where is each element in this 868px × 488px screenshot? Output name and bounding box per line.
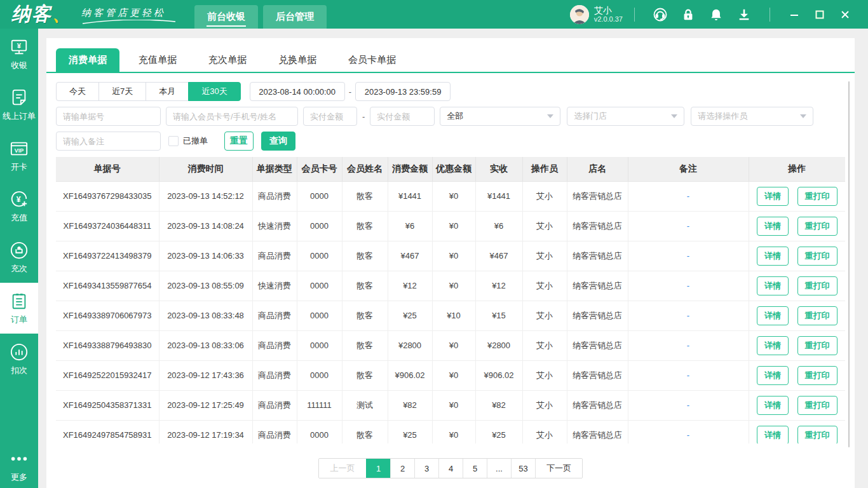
topbar-tab-front-cashier[interactable]: 前台收银 [194,5,258,29]
vertical-scrollbar[interactable] [848,81,850,447]
cell-consume-amount: ¥2800 [388,330,432,360]
cell-consume-amount: ¥6 [388,211,432,241]
cell-member-name: 散客 [342,360,388,390]
svg-text:¥: ¥ [17,194,21,203]
cell-paid: ¥12 [475,271,522,301]
detail-button[interactable]: 详情 [757,366,789,385]
sidebar-item-orders[interactable]: 订单 [0,283,38,334]
detail-button[interactable]: 详情 [757,187,789,206]
close-button[interactable] [832,6,858,24]
pagination-bar: 上一页 12345...53 下一页 [46,449,855,488]
next-page-button[interactable]: 下一页 [535,459,582,478]
cell-store: 纳客营销总店 [567,301,628,330]
remark-input[interactable] [56,132,161,151]
detail-button[interactable]: 详情 [757,336,789,355]
cell-actions: 详情 重打印 [749,181,845,211]
preset-30days-button[interactable]: 近30天 [188,82,240,101]
cancelled-checkbox-wrap[interactable]: 已撤单 [168,135,208,147]
page-number-button[interactable]: 2 [390,459,414,478]
sidebar: ¥ 收银 线上订单 VIP 开卡 ¥ 充值 [0,29,38,488]
page-number-button[interactable]: 3 [414,459,438,478]
page-number-button[interactable]: 4 [438,459,463,478]
page-number-button[interactable]: ... [487,459,511,478]
date-from-input[interactable] [250,82,345,101]
cell-operator: 艾小 [522,211,567,241]
order-no-input[interactable] [56,107,161,126]
reprint-button[interactable]: 重打印 [797,217,837,236]
reprint-button[interactable]: 重打印 [797,396,837,415]
download-icon[interactable] [736,7,752,22]
member-search-input[interactable] [166,107,298,126]
sidebar-item-open-card[interactable]: VIP 开卡 [0,130,38,181]
tab-consume-orders[interactable]: 消费单据 [56,48,119,72]
page-number-button[interactable]: 5 [463,459,487,478]
order-type-select[interactable]: 全部 [440,107,560,126]
avatar[interactable] [570,5,589,24]
reprint-button[interactable]: 重打印 [797,426,837,444]
customer-service-icon[interactable] [653,7,668,22]
tab-recharge-times-orders[interactable]: 充次单据 [196,48,259,72]
detail-button[interactable]: 详情 [757,396,789,415]
cell-order-no: XF16493722413498379 [56,241,159,271]
preset-today-button[interactable]: 今天 [56,82,99,101]
page-number-button[interactable]: 1 [366,459,390,478]
tab-recharge-orders[interactable]: 充值单据 [126,48,189,72]
tab-label: 充次单据 [208,54,247,66]
operator-select[interactable]: 请选择操作员 [691,107,813,126]
table-row: XF16493388796493830 2023-09-13 08:33:06 … [56,330,845,360]
col-discount-amount: 优惠金额 [432,157,475,181]
sidebar-item-more[interactable]: 更多 [0,444,38,488]
sidebar-item-cashier[interactable]: ¥ 收银 [0,29,38,79]
reprint-button[interactable]: 重打印 [797,276,837,295]
svg-text:VIP: VIP [15,147,24,154]
lock-icon[interactable] [681,7,696,22]
date-to-input[interactable] [355,82,451,101]
store-select[interactable]: 选择门店 [567,107,684,126]
page-number-button[interactable]: 53 [511,459,535,478]
detail-button[interactable]: 详情 [757,276,789,295]
bell-icon[interactable] [709,7,724,22]
cell-consume-amount: ¥25 [388,301,432,330]
sidebar-item-recharge[interactable]: ¥ 充值 [0,181,38,232]
sidebar-item-recharge-times[interactable]: 充次 [0,232,38,283]
sidebar-item-deduct-times[interactable]: 扣次 [0,334,38,384]
detail-button[interactable]: 详情 [757,306,789,325]
reprint-button[interactable]: 重打印 [797,366,837,385]
filter-row-search: - 全部 选择门店 请选择操作员 [56,107,845,126]
cell-member-name: 散客 [342,420,388,444]
reprint-button[interactable]: 重打印 [797,336,837,355]
preset-7days-button[interactable]: 近7天 [98,82,146,101]
cell-paid: ¥906.02 [475,360,522,390]
tab-exchange-orders[interactable]: 兑换单据 [266,48,329,72]
amount-max-input[interactable] [370,107,435,126]
cell-consume-time: 2023-09-12 17:43:36 [159,360,252,390]
table-row: XF16493724036448311 2023-09-13 14:08:24 … [56,211,845,241]
reprint-button[interactable]: 重打印 [797,306,837,325]
cell-consume-amount: ¥25 [388,420,432,444]
cell-discount-amount: ¥0 [432,330,475,360]
reprint-button[interactable]: 重打印 [797,247,837,266]
maximize-button[interactable] [807,6,832,24]
cell-card-no: 0000 [297,301,342,330]
amount-min-input[interactable] [303,107,357,126]
detail-button[interactable]: 详情 [757,426,789,444]
cell-consume-amount: ¥82 [388,390,432,420]
topbar-tab-backend-admin[interactable]: 后台管理 [263,5,327,29]
minimize-button[interactable] [782,6,807,24]
cancelled-checkbox[interactable] [168,136,179,146]
reprint-button[interactable]: 重打印 [797,187,837,206]
detail-button[interactable]: 详情 [757,217,789,236]
sidebar-item-online-orders[interactable]: 线上订单 [0,79,38,130]
prev-page-button[interactable]: 上一页 [319,459,366,478]
detail-button[interactable]: 详情 [757,247,789,266]
tab-member-card-orders[interactable]: 会员卡单据 [336,48,409,72]
cell-card-no: 0000 [297,420,342,444]
app-logo: 纳客、 纳客管店更轻松 [11,1,177,27]
topbar-tabs: 前台收银 后台管理 [194,0,327,29]
reset-button[interactable]: 重置 [224,132,254,151]
query-button[interactable]: 查询 [261,132,295,151]
svg-text:¥: ¥ [17,41,22,49]
cell-consume-time: 2023-09-13 14:08:24 [159,211,252,241]
preset-this-month-button[interactable]: 本月 [146,82,189,101]
cell-consume-amount: ¥467 [388,241,432,271]
